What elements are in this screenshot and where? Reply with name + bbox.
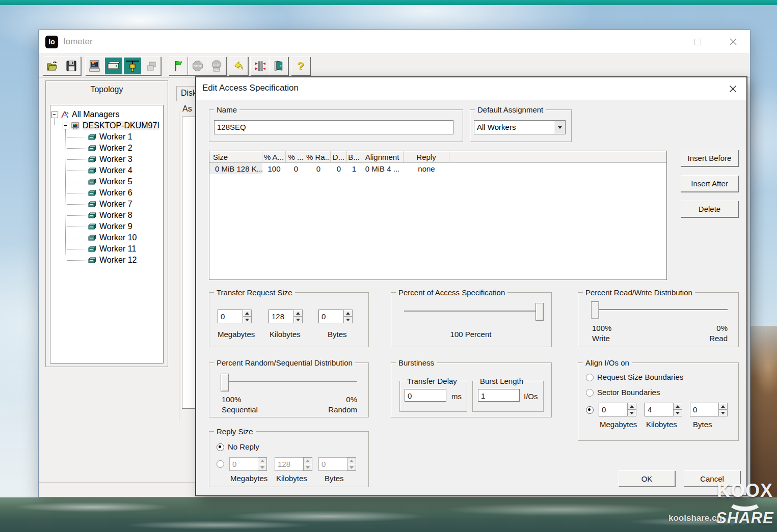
spin-up-button[interactable] — [243, 310, 252, 317]
dialog-close-button[interactable] — [724, 80, 741, 97]
random-sequential-slider-thumb[interactable] — [221, 374, 229, 391]
cell-alignment[interactable]: 0 MiB 4 ... — [361, 163, 404, 174]
spinner-value[interactable]: 0 — [218, 310, 243, 323]
spinner-value[interactable]: 128 — [269, 310, 293, 323]
reply-bytes-spinner: 0 — [318, 457, 356, 471]
column-header-pct-random[interactable]: % Ra... — [306, 151, 331, 163]
tree-item-worker[interactable]: Worker 11 — [51, 243, 161, 255]
sector-boundaries-radio[interactable] — [586, 389, 594, 397]
spin-up-button[interactable] — [343, 310, 353, 317]
tree-item-worker[interactable]: Worker 10 — [51, 232, 161, 243]
cell-reply[interactable]: none — [404, 163, 449, 174]
delete-button[interactable]: Delete — [681, 201, 738, 217]
access-spec-table[interactable]: Size % A... % ... % Ra... D... B... Alig… — [209, 151, 667, 280]
align-megabytes-spinner[interactable]: 0 — [599, 403, 636, 416]
spin-down-button[interactable] — [343, 317, 353, 323]
tree-item-worker[interactable]: Worker 4 — [51, 165, 161, 176]
spin-down-button[interactable] — [293, 317, 303, 323]
spinner-value[interactable]: 0 — [690, 403, 718, 416]
help-button[interactable]: ? — [291, 57, 310, 75]
tab-disk-targets[interactable]: Disk — [176, 86, 196, 101]
insert-after-button[interactable]: Insert After — [681, 175, 738, 192]
close-button[interactable] — [721, 30, 745, 53]
cell-delay[interactable]: 0 — [331, 163, 347, 174]
cell-pct-access[interactable]: 100 — [262, 163, 286, 174]
column-header-pct[interactable]: % ... — [286, 151, 306, 163]
spin-up-button[interactable] — [627, 403, 636, 410]
tree-item-worker[interactable]: Worker 3 — [51, 154, 161, 165]
dropdown-button[interactable] — [554, 121, 565, 134]
table-row[interactable]: 0 MiB 128 K... 100 0 0 0 1 0 MiB 4 ... n… — [209, 163, 666, 174]
read-write-slider-track[interactable] — [591, 309, 728, 311]
default-assignment-dropdown[interactable]: All Workers — [474, 120, 566, 134]
spin-down-button[interactable] — [243, 317, 252, 323]
cell-pct-read[interactable]: 0 — [286, 163, 306, 174]
percent-access-slider-thumb[interactable] — [535, 303, 544, 321]
reply-size-custom-radio[interactable] — [217, 460, 224, 468]
collapse-box-icon[interactable] — [63, 123, 69, 129]
column-header-pct-access[interactable]: % A... — [262, 151, 286, 163]
spinner-value[interactable]: 4 — [645, 403, 673, 416]
collapse-box-icon[interactable] — [51, 111, 58, 118]
cell-size[interactable]: 0 MiB 128 K... — [209, 163, 262, 174]
tree-item-all-managers[interactable]: All Managers — [51, 109, 161, 120]
tree-item-worker[interactable]: Worker 9 — [51, 221, 161, 232]
exit-button[interactable] — [269, 57, 288, 75]
maximize-button[interactable] — [686, 30, 709, 53]
tree-item-worker[interactable]: Worker 6 — [51, 187, 161, 199]
spinner-value[interactable]: 0 — [318, 310, 343, 323]
column-header-delay[interactable]: D... — [331, 151, 347, 163]
spin-down-button[interactable] — [673, 410, 682, 416]
column-header-size[interactable]: Size — [209, 151, 262, 163]
tree-item-worker[interactable]: Worker 2 — [51, 143, 161, 154]
tree-item-worker[interactable]: Worker 8 — [51, 210, 161, 221]
percent-access-slider-track[interactable] — [404, 311, 543, 312]
read-write-slider-thumb[interactable] — [591, 301, 599, 319]
reset-workers-button[interactable] — [229, 57, 248, 75]
cell-burst[interactable]: 1 — [347, 163, 361, 174]
transfer-delay-input[interactable]: 0 — [405, 389, 446, 402]
column-header-burst[interactable]: B... — [347, 151, 361, 163]
start-manager-button[interactable] — [85, 57, 104, 75]
align-bytes-spinner[interactable]: 0 — [690, 403, 728, 416]
ok-button[interactable]: OK — [619, 470, 675, 487]
column-header-reply[interactable]: Reply — [404, 151, 449, 163]
tree-item-worker[interactable]: Worker 5 — [51, 176, 161, 187]
start-tests-button[interactable] — [169, 57, 188, 75]
column-header-alignment[interactable]: Alignment — [361, 151, 404, 163]
random-sequential-slider-track[interactable] — [221, 381, 357, 383]
spin-up-button[interactable] — [718, 403, 728, 410]
tree-item-worker[interactable]: Worker 12 — [51, 255, 161, 266]
close-icon — [729, 85, 737, 93]
spin-up-button[interactable] — [293, 310, 303, 317]
spinner-value: 0 — [318, 457, 347, 471]
spin-down-button[interactable] — [718, 410, 728, 416]
request-size-boundaries-radio[interactable] — [586, 374, 594, 381]
tree-item-manager[interactable]: DESKTOP-DKUM97I — [51, 120, 161, 131]
open-test-file-button[interactable] — [43, 57, 62, 75]
transfer-kilobytes-spinner[interactable]: 128 — [269, 310, 303, 323]
tree-item-worker[interactable]: Worker 7 — [51, 199, 161, 210]
group-border-fragment — [179, 110, 179, 422]
disk-worker-button[interactable] — [104, 57, 123, 75]
network-worker-button[interactable] — [123, 57, 142, 75]
minimize-button[interactable] — [650, 30, 674, 53]
align-kilobytes-spinner[interactable]: 4 — [645, 403, 682, 416]
transfer-megabytes-spinner[interactable]: 0 — [218, 310, 252, 323]
manager-computer-icon — [71, 122, 80, 130]
insert-before-button[interactable]: Insert Before — [681, 150, 738, 166]
cell-pct-random[interactable]: 0 — [306, 163, 331, 174]
save-test-file-button[interactable] — [62, 57, 81, 75]
io-connections-button[interactable] — [250, 57, 270, 75]
burst-length-input[interactable]: 1 — [478, 389, 520, 402]
worker-icon — [88, 167, 97, 174]
spin-down-button[interactable] — [627, 410, 636, 416]
spinner-value[interactable]: 0 — [599, 403, 627, 416]
tree-item-worker[interactable]: Worker 1 — [51, 131, 161, 143]
name-input[interactable]: 128SEQ — [214, 120, 453, 134]
spin-up-button[interactable] — [673, 403, 682, 410]
custom-alignment-radio[interactable] — [586, 406, 594, 414]
duplicate-worker-icon — [145, 60, 157, 72]
transfer-bytes-spinner[interactable]: 0 — [318, 310, 353, 323]
no-reply-radio[interactable] — [217, 443, 224, 451]
